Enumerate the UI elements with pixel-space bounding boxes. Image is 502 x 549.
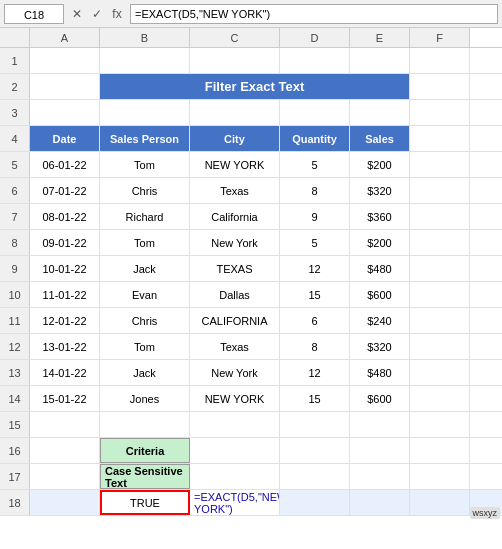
col-header-b[interactable]: B [100,28,190,47]
cell-city-13[interactable]: New York [190,360,280,385]
cell-g8[interactable] [410,230,470,255]
cell-g2[interactable] [410,74,470,99]
cell-b16[interactable] [30,438,100,463]
cell-sales-11[interactable]: $240 [350,308,410,333]
cell-person-7[interactable]: Richard [100,204,190,229]
cell-date-14[interactable]: 15-01-22 [30,386,100,411]
cell-f15[interactable] [350,412,410,437]
cell-g13[interactable] [410,360,470,385]
cell-sales-6[interactable]: $320 [350,178,410,203]
cell-b17[interactable] [30,464,100,489]
cell-b18[interactable] [30,490,100,515]
cell-city-5[interactable]: NEW YORK [190,152,280,177]
cell-g15[interactable] [410,412,470,437]
cell-person-5[interactable]: Tom [100,152,190,177]
cell-city-6[interactable]: Texas [190,178,280,203]
cell-f18[interactable] [350,490,410,515]
cell-sales-8[interactable]: $200 [350,230,410,255]
cell-g5[interactable] [410,152,470,177]
col-header-f[interactable]: F [410,28,470,47]
cell-e16[interactable] [280,438,350,463]
cell-e3[interactable] [280,100,350,125]
cell-c3[interactable] [100,100,190,125]
cell-date-7[interactable]: 08-01-22 [30,204,100,229]
cell-e18[interactable] [280,490,350,515]
col-header-a[interactable]: A [30,28,100,47]
cell-person-9[interactable]: Jack [100,256,190,281]
cell-f3[interactable] [350,100,410,125]
cell-person-12[interactable]: Tom [100,334,190,359]
cell-city-7[interactable]: California [190,204,280,229]
cell-g10[interactable] [410,282,470,307]
cell-date-12[interactable]: 13-01-22 [30,334,100,359]
cell-city-14[interactable]: NEW YORK [190,386,280,411]
cell-person-6[interactable]: Chris [100,178,190,203]
col-header-c[interactable]: C [190,28,280,47]
cell-city-12[interactable]: Texas [190,334,280,359]
cell-b3[interactable] [30,100,100,125]
cell-sales-13[interactable]: $480 [350,360,410,385]
cell-d16[interactable] [190,438,280,463]
cell-date-11[interactable]: 12-01-22 [30,308,100,333]
cell-g6[interactable] [410,178,470,203]
cell-person-14[interactable]: Jones [100,386,190,411]
cell-date-13[interactable]: 14-01-22 [30,360,100,385]
cell-date-5[interactable]: 06-01-22 [30,152,100,177]
cell-qty-11[interactable]: 6 [280,308,350,333]
cell-g14[interactable] [410,386,470,411]
cell-sales-5[interactable]: $200 [350,152,410,177]
cell-sales-14[interactable]: $600 [350,386,410,411]
cell-f17[interactable] [350,464,410,489]
cell-c15[interactable] [100,412,190,437]
cell-formula-18[interactable]: =EXACT(D5,"NEW YORK") ➜ [190,490,280,515]
cell-g11[interactable] [410,308,470,333]
col-header-e[interactable]: E [350,28,410,47]
cell-b2[interactable] [30,74,100,99]
cell-d17[interactable] [190,464,280,489]
cell-qty-8[interactable]: 5 [280,230,350,255]
col-header-d[interactable]: D [280,28,350,47]
cell-date-9[interactable]: 10-01-22 [30,256,100,281]
cell-qty-9[interactable]: 12 [280,256,350,281]
cell-person-10[interactable]: Evan [100,282,190,307]
cell-city-9[interactable]: TEXAS [190,256,280,281]
cell-d1[interactable] [190,48,280,73]
cell-qty-14[interactable]: 15 [280,386,350,411]
cell-city-8[interactable]: New York [190,230,280,255]
cell-qty-12[interactable]: 8 [280,334,350,359]
cell-sales-9[interactable]: $480 [350,256,410,281]
cell-g3[interactable] [410,100,470,125]
cell-sales-10[interactable]: $600 [350,282,410,307]
cell-g1[interactable] [410,48,470,73]
cell-qty-10[interactable]: 15 [280,282,350,307]
cell-g9[interactable] [410,256,470,281]
cell-g4[interactable] [410,126,470,151]
confirm-button[interactable]: ✓ [88,5,106,23]
cell-city-10[interactable]: Dallas [190,282,280,307]
cancel-button[interactable]: ✕ [68,5,86,23]
cell-qty-5[interactable]: 5 [280,152,350,177]
cell-g12[interactable] [410,334,470,359]
cell-d3[interactable] [190,100,280,125]
cell-date-8[interactable]: 09-01-22 [30,230,100,255]
cell-e15[interactable] [280,412,350,437]
cell-g18[interactable] [410,490,470,515]
cell-city-11[interactable]: CALIFORNIA [190,308,280,333]
cell-c1[interactable] [100,48,190,73]
cell-f16[interactable] [350,438,410,463]
cell-f1[interactable] [350,48,410,73]
cell-b15[interactable] [30,412,100,437]
function-button[interactable]: fx [108,5,126,23]
cell-date-6[interactable]: 07-01-22 [30,178,100,203]
cell-e1[interactable] [280,48,350,73]
cell-qty-6[interactable]: 8 [280,178,350,203]
cell-person-11[interactable]: Chris [100,308,190,333]
cell-g17[interactable] [410,464,470,489]
formula-input[interactable]: =EXACT(D5,"NEW YORK") [130,4,498,24]
cell-e17[interactable] [280,464,350,489]
cell-g7[interactable] [410,204,470,229]
cell-d15[interactable] [190,412,280,437]
cell-date-10[interactable]: 11-01-22 [30,282,100,307]
cell-qty-7[interactable]: 9 [280,204,350,229]
cell-reference-box[interactable]: C18 [4,4,64,24]
